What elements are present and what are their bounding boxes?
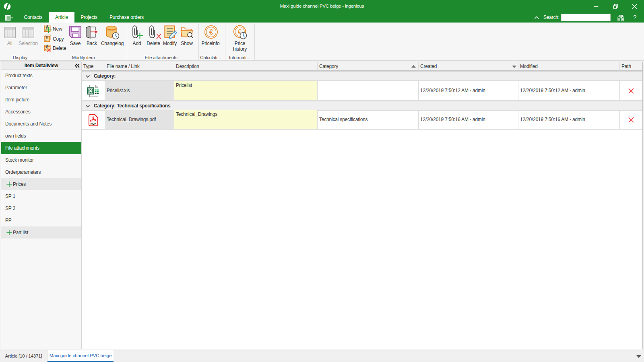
svg-text:PDF: PDF xyxy=(91,122,96,125)
svg-text:€: € xyxy=(209,28,213,36)
